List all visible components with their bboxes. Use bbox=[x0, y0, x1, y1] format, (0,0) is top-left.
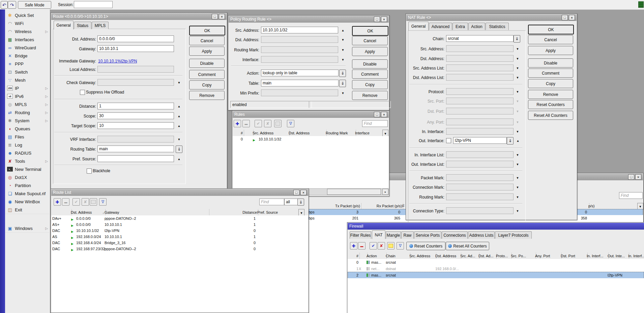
add-button[interactable] bbox=[234, 120, 241, 127]
route-row[interactable]: DAC 192.168.97.23/32 pppoe-DATONO--2 0 bbox=[51, 246, 308, 252]
protocol-dropdown[interactable] bbox=[515, 89, 520, 94]
dst-address-input[interactable]: 0.0.0.0/0 bbox=[97, 35, 174, 42]
sidebar-item-routing[interactable]: ⇄Routing bbox=[5, 108, 49, 117]
rules-titlebar[interactable]: Rules bbox=[233, 111, 389, 118]
in-interface-input[interactable] bbox=[446, 128, 514, 135]
sidebar-item-partition[interactable]: ◔Partition bbox=[5, 181, 49, 190]
sidebar-item-make-supout[interactable]: ❏Make Supout.rif bbox=[5, 189, 49, 198]
cancel-button[interactable]: Cancel bbox=[352, 36, 388, 45]
target-scope-input[interactable]: 10 bbox=[97, 122, 174, 129]
sidebar-item-new-terminal[interactable]: >_New Terminal bbox=[5, 165, 49, 174]
add-button[interactable] bbox=[350, 242, 357, 250]
close-button[interactable] bbox=[300, 190, 306, 195]
interface-dropdown[interactable] bbox=[340, 57, 346, 62]
tab-extra[interactable]: Extra bbox=[452, 23, 468, 30]
dst-address-list-input[interactable] bbox=[446, 74, 514, 81]
action-input[interactable]: lookup only in table bbox=[261, 70, 339, 76]
maximize-button[interactable] bbox=[374, 17, 380, 22]
chain-dropdown[interactable] bbox=[514, 35, 520, 43]
out-interface-list-input[interactable] bbox=[446, 161, 514, 167]
firewall-titlebar[interactable]: Firewall bbox=[348, 223, 644, 230]
dst-address-input[interactable] bbox=[261, 36, 338, 43]
remove-button[interactable] bbox=[62, 198, 69, 206]
src-address-dropdown[interactable] bbox=[515, 46, 520, 51]
reset-counters-button[interactable]: Reset Counters bbox=[528, 100, 573, 109]
src-address-input[interactable]: 10.10.10.1/32 bbox=[261, 27, 338, 33]
ok-button[interactable]: OK bbox=[528, 25, 574, 34]
comment-button[interactable] bbox=[90, 198, 97, 206]
comment-button[interactable]: Comment bbox=[352, 70, 388, 79]
route-dialog-titlebar[interactable]: Route <0.0.0.0/0->10.10.10.1> bbox=[51, 13, 227, 20]
apply-button[interactable]: Apply bbox=[189, 47, 225, 56]
sidebar-item-mesh[interactable]: ∵Mesh bbox=[5, 76, 49, 84]
disable-button[interactable] bbox=[264, 120, 271, 127]
add-button[interactable] bbox=[54, 198, 61, 206]
cancel-button[interactable]: Cancel bbox=[528, 35, 573, 44]
sidebar-item-tools[interactable]: ✘Tools bbox=[5, 157, 49, 165]
column-dst-address[interactable]: Dst. Address bbox=[434, 253, 461, 259]
reset-counters-button[interactable]: Reset Counters bbox=[406, 242, 445, 250]
column-dst-address[interactable]: Dst. Address bbox=[70, 209, 106, 215]
tab-mpls[interactable]: MPLS bbox=[92, 22, 109, 29]
any-port-input[interactable] bbox=[446, 119, 514, 125]
routing-mark-input[interactable] bbox=[261, 46, 338, 53]
maximize-button[interactable] bbox=[374, 112, 380, 117]
out-interface-not-checkbox[interactable] bbox=[446, 138, 451, 143]
routing-table-input[interactable]: main bbox=[97, 146, 174, 152]
disable-button[interactable]: Disable bbox=[189, 59, 225, 68]
column-in-interface-list[interactable]: In. Interf... bbox=[627, 253, 644, 259]
scope-input[interactable]: 30 bbox=[97, 112, 174, 119]
sidebar-item-ppp[interactable]: ≡PPP bbox=[5, 60, 49, 68]
column-select-button[interactable] bbox=[637, 203, 643, 210]
close-button[interactable] bbox=[569, 15, 575, 20]
nat-rule-row[interactable]: 0 mas... srcnat bbox=[348, 259, 644, 266]
check-gateway-input[interactable] bbox=[97, 79, 174, 86]
routing-table-dropdown[interactable] bbox=[176, 146, 182, 153]
reset-all-counters-button[interactable]: Reset All Counters bbox=[528, 111, 573, 120]
column-any-port[interactable]: Any. Port bbox=[534, 253, 562, 259]
tab-advanced[interactable]: Advanced bbox=[429, 23, 452, 30]
blackhole-checkbox[interactable] bbox=[87, 168, 92, 174]
dst-address-dropdown[interactable] bbox=[515, 56, 520, 61]
redo-button[interactable] bbox=[8, 1, 16, 9]
tab-status[interactable]: Status bbox=[74, 22, 91, 29]
target-scope-spinner[interactable] bbox=[176, 123, 182, 128]
connection-mark-dropdown[interactable] bbox=[515, 184, 520, 190]
out-interface-list-dropdown[interactable] bbox=[515, 161, 520, 167]
safe-mode-button[interactable]: Safe Mode bbox=[18, 1, 51, 9]
routing-mark-input[interactable] bbox=[446, 193, 514, 200]
tab-statistics[interactable]: Statistics bbox=[486, 23, 509, 30]
tab-mangle[interactable]: Mangle bbox=[386, 231, 401, 239]
reset-all-counters-button[interactable]: Reset All Counters bbox=[446, 242, 489, 250]
column-dst-port[interactable]: Dst. Port bbox=[560, 253, 588, 259]
sidebar-item-system[interactable]: ✱System bbox=[5, 116, 49, 125]
column-rx-packet[interactable]: Rx Packet (p/s) bbox=[359, 203, 403, 209]
column-distance[interactable]: Distance bbox=[207, 209, 258, 215]
tab-filter-rules[interactable]: Filter Rules bbox=[350, 231, 371, 239]
packet-mark-dropdown[interactable] bbox=[515, 175, 520, 180]
dst-port-input[interactable] bbox=[446, 108, 514, 114]
comment-button[interactable]: Comment bbox=[189, 70, 225, 79]
pref-source-input[interactable] bbox=[97, 155, 174, 162]
copy-button[interactable]: Copy bbox=[352, 80, 388, 89]
undo-button[interactable] bbox=[1, 1, 8, 9]
nat-rule-row-selected[interactable]: 2 mas... srcnat l2tp-VPN bbox=[348, 272, 644, 279]
sidebar-item-radius[interactable]: ☻RADIUS bbox=[5, 149, 49, 157]
column-flags[interactable] bbox=[51, 209, 72, 215]
column-src-address-list[interactable]: Src. Ad... bbox=[459, 253, 479, 259]
apply-button[interactable]: Apply bbox=[528, 46, 573, 55]
remove-button[interactable] bbox=[358, 242, 365, 250]
nat-rule-titlebar[interactable]: NAT Rule <> bbox=[406, 14, 577, 21]
suppress-hw-offload-checkbox[interactable] bbox=[80, 90, 85, 95]
copy-button[interactable]: Copy bbox=[189, 80, 225, 89]
close-button[interactable] bbox=[381, 112, 387, 117]
sidebar-item-mpls[interactable]: ◎MPLS bbox=[5, 100, 49, 109]
disable-button[interactable]: Disable bbox=[352, 59, 388, 69]
enable-button[interactable] bbox=[255, 120, 262, 127]
maximize-button[interactable] bbox=[212, 14, 218, 19]
min-prefix-dropdown[interactable] bbox=[340, 90, 346, 96]
filter-button[interactable] bbox=[397, 242, 404, 250]
table-dropdown[interactable] bbox=[339, 80, 346, 87]
column-src-address[interactable]: Src. Address bbox=[408, 253, 436, 259]
route-row[interactable]: DAC 192.168.4.0/24 Bridge_3_16 0 bbox=[51, 240, 308, 246]
